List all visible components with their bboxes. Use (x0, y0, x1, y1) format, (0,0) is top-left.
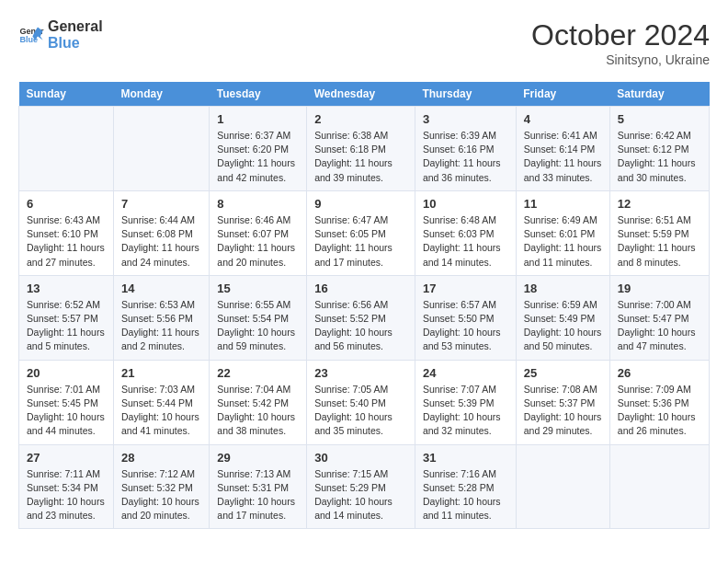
day-content: Sunrise: 6:38 AM Sunset: 6:18 PM Dayligh… (314, 129, 407, 185)
column-header-monday: Monday (114, 82, 210, 107)
calendar-body: 1Sunrise: 6:37 AM Sunset: 6:20 PM Daylig… (19, 107, 710, 529)
day-content: Sunrise: 6:44 AM Sunset: 6:08 PM Dayligh… (121, 213, 201, 270)
day-number: 20 (27, 366, 106, 380)
calendar-cell: 12Sunrise: 6:51 AM Sunset: 5:59 PM Dayli… (609, 190, 709, 275)
day-content: Sunrise: 7:00 AM Sunset: 5:47 PM Dayligh… (618, 298, 701, 354)
calendar-cell: 16Sunrise: 6:56 AM Sunset: 5:52 PM Dayli… (307, 275, 415, 360)
calendar-cell (609, 444, 709, 529)
day-content: Sunrise: 6:52 AM Sunset: 5:57 PM Dayligh… (27, 298, 106, 354)
day-number: 26 (618, 366, 701, 380)
day-content: Sunrise: 7:04 AM Sunset: 5:42 PM Dayligh… (217, 383, 299, 439)
day-number: 27 (27, 451, 106, 465)
calendar-cell: 10Sunrise: 6:48 AM Sunset: 6:03 PM Dayli… (415, 190, 516, 275)
calendar-week-3: 13Sunrise: 6:52 AM Sunset: 5:57 PM Dayli… (19, 275, 710, 360)
page-header: General Blue General Blue October 2024 S… (18, 18, 710, 67)
logo-icon: General Blue (18, 22, 44, 48)
day-content: Sunrise: 6:53 AM Sunset: 5:56 PM Dayligh… (121, 298, 201, 354)
calendar-cell: 3Sunrise: 6:39 AM Sunset: 6:16 PM Daylig… (415, 107, 516, 191)
day-number: 28 (121, 451, 201, 465)
calendar-cell: 23Sunrise: 7:05 AM Sunset: 5:40 PM Dayli… (307, 360, 415, 444)
day-content: Sunrise: 6:59 AM Sunset: 5:49 PM Dayligh… (524, 298, 602, 354)
column-header-sunday: Sunday (19, 82, 114, 107)
day-content: Sunrise: 6:42 AM Sunset: 6:12 PM Dayligh… (618, 129, 701, 185)
calendar-cell: 1Sunrise: 6:37 AM Sunset: 6:20 PM Daylig… (210, 107, 307, 191)
day-number: 12 (618, 197, 701, 211)
day-content: Sunrise: 6:46 AM Sunset: 6:07 PM Dayligh… (217, 213, 299, 270)
day-number: 9 (314, 197, 407, 211)
calendar-cell: 4Sunrise: 6:41 AM Sunset: 6:14 PM Daylig… (516, 107, 609, 191)
calendar-cell: 14Sunrise: 6:53 AM Sunset: 5:56 PM Dayli… (114, 275, 210, 360)
day-number: 7 (121, 197, 201, 211)
calendar-cell: 7Sunrise: 6:44 AM Sunset: 6:08 PM Daylig… (114, 190, 210, 275)
calendar-cell: 15Sunrise: 6:55 AM Sunset: 5:54 PM Dayli… (210, 275, 307, 360)
day-content: Sunrise: 7:09 AM Sunset: 5:36 PM Dayligh… (618, 383, 701, 439)
day-content: Sunrise: 7:01 AM Sunset: 5:45 PM Dayligh… (27, 383, 106, 439)
calendar-cell: 13Sunrise: 6:52 AM Sunset: 5:57 PM Dayli… (19, 275, 114, 360)
day-content: Sunrise: 7:15 AM Sunset: 5:29 PM Dayligh… (314, 467, 407, 523)
day-number: 8 (217, 197, 299, 211)
day-content: Sunrise: 6:47 AM Sunset: 6:05 PM Dayligh… (314, 213, 407, 270)
day-number: 17 (423, 282, 508, 295)
calendar-cell: 17Sunrise: 6:57 AM Sunset: 5:50 PM Dayli… (415, 275, 516, 360)
calendar-header: SundayMondayTuesdayWednesdayThursdayFrid… (19, 82, 710, 107)
calendar-cell: 28Sunrise: 7:12 AM Sunset: 5:32 PM Dayli… (114, 444, 210, 529)
day-number: 18 (524, 282, 602, 295)
logo: General Blue General Blue (18, 18, 103, 51)
column-header-friday: Friday (516, 82, 609, 107)
calendar-cell: 6Sunrise: 6:43 AM Sunset: 6:10 PM Daylig… (19, 190, 114, 275)
calendar-cell: 21Sunrise: 7:03 AM Sunset: 5:44 PM Dayli… (114, 360, 210, 444)
calendar-cell: 2Sunrise: 6:38 AM Sunset: 6:18 PM Daylig… (307, 107, 415, 191)
day-content: Sunrise: 7:13 AM Sunset: 5:31 PM Dayligh… (217, 467, 299, 523)
column-header-saturday: Saturday (609, 82, 709, 107)
day-content: Sunrise: 6:37 AM Sunset: 6:20 PM Dayligh… (217, 129, 299, 185)
calendar-cell: 27Sunrise: 7:11 AM Sunset: 5:34 PM Dayli… (19, 444, 114, 529)
day-content: Sunrise: 6:48 AM Sunset: 6:03 PM Dayligh… (423, 213, 508, 270)
day-number: 30 (314, 451, 407, 465)
calendar-cell: 5Sunrise: 6:42 AM Sunset: 6:12 PM Daylig… (609, 107, 709, 191)
logo-blue: Blue (48, 35, 103, 52)
day-number: 1 (217, 112, 299, 126)
day-number: 15 (217, 282, 299, 295)
calendar-cell (19, 107, 114, 191)
location-subtitle: Sinitsyno, Ukraine (531, 52, 710, 67)
day-content: Sunrise: 6:55 AM Sunset: 5:54 PM Dayligh… (217, 298, 299, 354)
calendar-cell: 25Sunrise: 7:08 AM Sunset: 5:37 PM Dayli… (516, 360, 609, 444)
day-number: 4 (524, 112, 602, 126)
day-number: 11 (524, 197, 602, 211)
column-header-wednesday: Wednesday (307, 82, 415, 107)
day-number: 14 (121, 282, 201, 295)
day-content: Sunrise: 6:39 AM Sunset: 6:16 PM Dayligh… (423, 129, 508, 185)
calendar-cell: 22Sunrise: 7:04 AM Sunset: 5:42 PM Dayli… (210, 360, 307, 444)
calendar-cell: 18Sunrise: 6:59 AM Sunset: 5:49 PM Dayli… (516, 275, 609, 360)
day-number: 29 (217, 451, 299, 465)
column-header-thursday: Thursday (415, 82, 516, 107)
calendar-cell: 31Sunrise: 7:16 AM Sunset: 5:28 PM Dayli… (415, 444, 516, 529)
calendar-cell: 26Sunrise: 7:09 AM Sunset: 5:36 PM Dayli… (609, 360, 709, 444)
day-content: Sunrise: 7:03 AM Sunset: 5:44 PM Dayligh… (121, 383, 201, 439)
calendar-cell: 24Sunrise: 7:07 AM Sunset: 5:39 PM Dayli… (415, 360, 516, 444)
month-title: October 2024 (531, 18, 710, 52)
calendar-cell: 29Sunrise: 7:13 AM Sunset: 5:31 PM Dayli… (210, 444, 307, 529)
day-content: Sunrise: 7:11 AM Sunset: 5:34 PM Dayligh… (27, 467, 106, 523)
day-content: Sunrise: 7:16 AM Sunset: 5:28 PM Dayligh… (423, 467, 508, 523)
day-content: Sunrise: 7:08 AM Sunset: 5:37 PM Dayligh… (524, 383, 602, 439)
calendar-cell (114, 107, 210, 191)
calendar-week-1: 1Sunrise: 6:37 AM Sunset: 6:20 PM Daylig… (19, 107, 710, 191)
day-number: 25 (524, 366, 602, 380)
day-number: 3 (423, 112, 508, 126)
calendar-cell: 9Sunrise: 6:47 AM Sunset: 6:05 PM Daylig… (307, 190, 415, 275)
calendar-week-5: 27Sunrise: 7:11 AM Sunset: 5:34 PM Dayli… (19, 444, 710, 529)
calendar-cell: 30Sunrise: 7:15 AM Sunset: 5:29 PM Dayli… (307, 444, 415, 529)
day-number: 22 (217, 366, 299, 380)
day-number: 24 (423, 366, 508, 380)
day-number: 31 (423, 451, 508, 465)
day-number: 6 (27, 197, 106, 211)
calendar-cell: 11Sunrise: 6:49 AM Sunset: 6:01 PM Dayli… (516, 190, 609, 275)
calendar-table: SundayMondayTuesdayWednesdayThursdayFrid… (18, 82, 710, 529)
column-header-tuesday: Tuesday (210, 82, 307, 107)
day-number: 23 (314, 366, 407, 380)
day-number: 19 (618, 282, 701, 295)
day-number: 2 (314, 112, 407, 126)
day-content: Sunrise: 7:12 AM Sunset: 5:32 PM Dayligh… (121, 467, 201, 523)
day-content: Sunrise: 6:41 AM Sunset: 6:14 PM Dayligh… (524, 129, 602, 185)
